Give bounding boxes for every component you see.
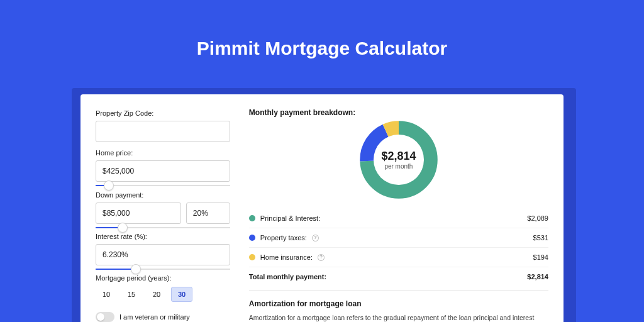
zip-label: Property Zip Code: xyxy=(96,109,230,117)
toggle-knob xyxy=(97,313,104,321)
amortization-text: Amortization for a mortgage loan refers … xyxy=(249,313,548,322)
zip-input[interactable] xyxy=(96,121,230,142)
legend-value: $2,089 xyxy=(527,214,548,222)
down-payment-input[interactable] xyxy=(96,203,181,224)
veteran-toggle[interactable] xyxy=(96,312,114,322)
period-option-10[interactable]: 10 xyxy=(96,287,117,302)
donut-amount: $2,814 xyxy=(381,150,416,163)
results-column: Monthly payment breakdown: $2,814 per mo… xyxy=(249,108,548,322)
veteran-label: I am veteran or military xyxy=(119,313,190,321)
page-title: Pimmit Mortgage Calculator xyxy=(0,0,644,78)
legend-total-value: $2,814 xyxy=(527,273,548,280)
legend-label: Property taxes: xyxy=(260,234,307,242)
home-price-input[interactable] xyxy=(96,160,230,182)
home-price-slider[interactable] xyxy=(96,181,230,187)
down-payment-slider[interactable] xyxy=(96,223,230,229)
breakdown-title: Monthly payment breakdown: xyxy=(249,108,548,117)
legend-label: Principal & Interest: xyxy=(260,214,320,222)
legend-swatch xyxy=(249,215,255,221)
period-option-20[interactable]: 20 xyxy=(146,287,167,302)
legend-row: Property taxes:?$531 xyxy=(249,228,548,247)
legend-swatch xyxy=(249,254,255,260)
down-payment-pct-input[interactable] xyxy=(186,203,230,224)
amortization-title: Amortization for mortgage loan xyxy=(249,299,548,308)
legend-label: Home insurance: xyxy=(260,253,313,261)
down-payment-label: Down payment: xyxy=(96,191,230,199)
period-option-15[interactable]: 15 xyxy=(121,287,142,302)
legend-total-label: Total monthly payment: xyxy=(249,273,326,280)
help-icon[interactable]: ? xyxy=(318,254,325,261)
help-icon[interactable]: ? xyxy=(312,235,319,242)
legend: Principal & Interest:$2,089Property taxe… xyxy=(249,209,548,286)
home-price-label: Home price: xyxy=(96,149,230,157)
legend-value: $194 xyxy=(533,253,548,261)
calculator-card: Property Zip Code: Home price: Down paym… xyxy=(80,94,564,322)
legend-total-row: Total monthly payment:$2,814 xyxy=(249,267,548,286)
legend-value: $531 xyxy=(533,234,548,242)
interest-label: Interest rate (%): xyxy=(96,233,230,240)
legend-swatch xyxy=(249,235,255,241)
legend-row: Home insurance:?$194 xyxy=(249,247,548,267)
payment-donut-chart: $2,814 per month xyxy=(360,121,438,199)
amortization-section: Amortization for mortgage loan Amortizat… xyxy=(249,290,548,322)
form-column: Property Zip Code: Home price: Down paym… xyxy=(96,108,230,322)
legend-row: Principal & Interest:$2,089 xyxy=(249,209,548,228)
donut-sublabel: per month xyxy=(384,163,413,170)
period-options: 10152030 xyxy=(96,287,230,302)
period-label: Mortgage period (years): xyxy=(96,274,230,282)
interest-slider[interactable] xyxy=(96,265,230,270)
period-option-30[interactable]: 30 xyxy=(171,287,192,302)
interest-input[interactable] xyxy=(96,244,230,265)
